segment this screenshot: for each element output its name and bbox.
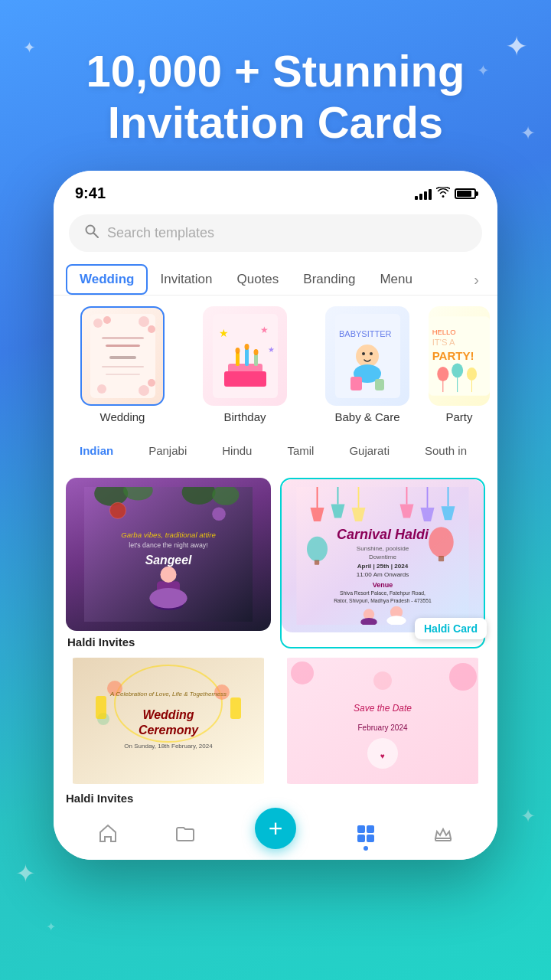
tab-quotes[interactable]: Quotes <box>225 264 292 295</box>
svg-text:★: ★ <box>260 325 269 335</box>
hero-section: 10,000 + Stunning Invitation Cards <box>0 0 551 171</box>
hero-title-line2: Invitation Cards <box>108 97 443 147</box>
svg-point-75 <box>307 537 328 561</box>
svg-text:On Sunday, 18th February, 2024: On Sunday, 18th February, 2024 <box>124 743 213 750</box>
svg-text:let's dance the night away!: let's dance the night away! <box>129 542 207 550</box>
svg-point-52 <box>212 508 226 521</box>
svg-point-29 <box>356 345 379 368</box>
signal-icon <box>415 188 432 200</box>
svg-rect-18 <box>236 352 240 366</box>
svg-text:Ceremony: Ceremony <box>139 724 199 737</box>
svg-rect-74 <box>439 556 444 561</box>
svg-text:A Celebration of Love, Life & : A Celebration of Love, Life & Togetherne… <box>109 691 227 697</box>
svg-rect-8 <box>106 345 140 347</box>
template-icon-wedding[interactable]: Wedding <box>61 306 184 423</box>
svg-rect-11 <box>106 374 140 375</box>
svg-text:IT'S A: IT'S A <box>432 338 455 347</box>
svg-point-31 <box>362 352 365 355</box>
svg-point-23 <box>253 349 258 355</box>
svg-text:Downtime: Downtime <box>369 554 396 560</box>
svg-point-40 <box>452 364 463 378</box>
svg-point-4 <box>103 316 111 324</box>
svg-text:Rator, Shivpuri, Madhya Prades: Rator, Shivpuri, Madhya Pradesh - 473551 <box>334 599 432 605</box>
cards-grid: Garba vibes, traditional attire let's da… <box>54 470 497 792</box>
svg-rect-33 <box>350 377 362 390</box>
svg-point-58 <box>160 567 176 583</box>
pill-gujarati[interactable]: Gujarati <box>335 439 403 462</box>
template-label-birthday: Birthday <box>223 410 266 423</box>
svg-text:Sunshine, poolside: Sunshine, poolside <box>357 545 409 552</box>
phone-mockup: 9:41 Search <box>54 171 497 860</box>
hero-title-line1: 10,000 + Stunning <box>86 46 465 96</box>
svg-text:Carnival Haldi: Carnival Haldi <box>337 527 429 542</box>
tab-menu[interactable]: Menu <box>367 264 425 295</box>
svg-point-3 <box>93 318 103 328</box>
svg-text:Shiva Resort Palace, Fatehpur : Shiva Resort Palace, Fatehpur Road, <box>340 591 425 597</box>
svg-text:Wedding: Wedding <box>142 708 194 721</box>
card-label-haldi-invites: Haldi Invites <box>66 635 271 648</box>
nav-templates[interactable] <box>355 823 377 844</box>
template-label-party: Party <box>445 410 472 423</box>
svg-point-32 <box>370 352 373 355</box>
pill-south[interactable]: South in <box>411 439 481 462</box>
svg-text:Venue: Venue <box>373 581 393 589</box>
svg-point-6 <box>148 325 155 333</box>
svg-point-5 <box>139 316 149 327</box>
tab-branding[interactable]: Branding <box>291 264 367 295</box>
svg-rect-112 <box>435 838 451 841</box>
nav-folder[interactable] <box>174 823 196 844</box>
nav-home[interactable] <box>97 823 119 844</box>
template-icon-birthday[interactable]: ★ ★ ★ Birthday <box>184 306 306 423</box>
nav-crown[interactable] <box>432 823 454 844</box>
tabs-more-arrow[interactable]: › <box>468 265 485 295</box>
svg-text:Garba vibes, traditional attir: Garba vibes, traditional attire <box>121 531 216 539</box>
pill-hindu[interactable]: Hindu <box>208 439 266 462</box>
svg-rect-111 <box>367 835 374 842</box>
svg-text:PARTY!: PARTY! <box>432 349 474 362</box>
template-icon-baby[interactable]: BABYSITTER Baby & Care <box>306 306 429 423</box>
wifi-icon <box>436 187 450 201</box>
svg-text:BABYSITTER: BABYSITTER <box>339 329 392 338</box>
filter-pills: Indian Panjabi Hindu Tamil Gujarati Sout… <box>54 431 497 470</box>
card-carnival-haldi[interactable]: Carnival Haldi Sunshine, poolside Downti… <box>280 478 485 648</box>
pill-indian[interactable]: Indian <box>66 439 127 462</box>
svg-rect-20 <box>254 354 258 366</box>
svg-point-101 <box>291 662 314 684</box>
pill-tamil[interactable]: Tamil <box>273 439 328 462</box>
template-label-wedding: Wedding <box>100 410 145 423</box>
search-bar[interactable]: Search templates <box>69 214 482 252</box>
svg-point-13 <box>139 385 149 396</box>
search-icon <box>84 224 99 243</box>
status-bar: 9:41 <box>54 171 497 208</box>
svg-rect-10 <box>102 366 144 368</box>
tab-invitation[interactable]: Invitation <box>148 264 224 295</box>
card-haldi-invites-label: Haldi Invites <box>66 792 271 805</box>
tab-wedding[interactable]: Wedding <box>66 264 148 295</box>
card-wedding-2[interactable]: Save the Date February 2024 ♥ <box>280 658 485 784</box>
nav-active-dot <box>364 846 368 851</box>
svg-rect-76 <box>315 560 319 565</box>
svg-point-39 <box>437 367 448 381</box>
svg-text:11:00 Am Onwards: 11:00 Am Onwards <box>357 571 409 578</box>
category-tabs: Wedding Invitation Quotes Branding Menu … <box>54 264 497 296</box>
svg-text:February 2024: February 2024 <box>357 724 407 732</box>
svg-line-1 <box>94 234 99 238</box>
fab-create[interactable]: + <box>255 808 296 849</box>
svg-point-41 <box>467 368 477 381</box>
card-wedding-ceremony[interactable]: A Celebration of Love, Life & Togetherne… <box>66 658 271 784</box>
status-time: 9:41 <box>75 185 106 202</box>
svg-text:♥: ♥ <box>380 752 385 760</box>
pill-panjabi[interactable]: Panjabi <box>135 439 201 462</box>
status-icons <box>415 187 476 201</box>
haldi-card-badge: Haldi Card <box>415 618 487 639</box>
battery-icon <box>455 188 476 199</box>
svg-text:HELLO: HELLO <box>432 328 456 336</box>
template-icon-party[interactable]: HELLO IT'S A PARTY! Party <box>429 306 490 423</box>
svg-text:★: ★ <box>219 327 229 339</box>
card-haldi-invites[interactable]: Garba vibes, traditional attire let's da… <box>66 478 271 648</box>
svg-point-14 <box>148 379 155 387</box>
svg-point-73 <box>429 528 453 558</box>
svg-point-21 <box>235 348 240 354</box>
svg-rect-95 <box>230 697 241 719</box>
svg-rect-110 <box>357 835 365 842</box>
